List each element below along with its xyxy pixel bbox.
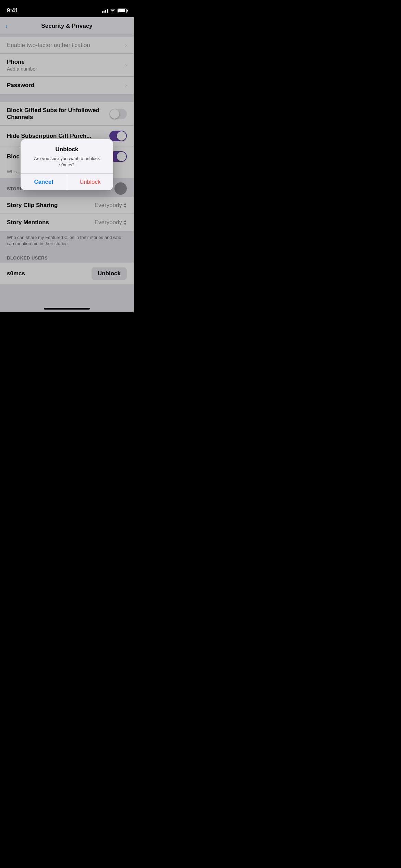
dialog-cancel-button[interactable]: Cancel bbox=[21, 174, 67, 190]
status-icons bbox=[102, 8, 127, 13]
main-content: ‹ Security & Privacy Enable two-factor a… bbox=[0, 17, 134, 312]
status-time: 9:41 bbox=[7, 7, 18, 14]
dialog-buttons: Cancel Unblock bbox=[21, 173, 113, 190]
unblock-dialog: Unblock Are you sure you want to unblock… bbox=[21, 139, 113, 190]
signal-icon bbox=[102, 9, 108, 13]
dialog-message: Are you sure you want to unblock s0mcs? bbox=[27, 156, 106, 168]
wifi-icon bbox=[110, 8, 116, 13]
status-bar: 9:41 bbox=[0, 0, 134, 17]
dialog-title: Unblock bbox=[27, 146, 106, 153]
dialog-content: Unblock Are you sure you want to unblock… bbox=[21, 139, 113, 173]
dialog-unblock-button[interactable]: Unblock bbox=[67, 174, 113, 190]
modal-overlay: Unblock Are you sure you want to unblock… bbox=[0, 17, 134, 312]
battery-icon bbox=[118, 9, 127, 13]
battery-fill bbox=[118, 9, 125, 12]
